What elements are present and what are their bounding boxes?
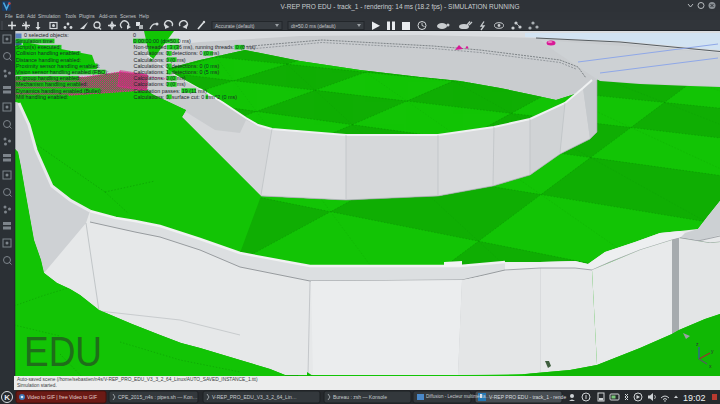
- svg-text:0 00:00:00 (dt=50.0 ms): 0 00:00:00 (dt=50.0 ms): [134, 38, 192, 44]
- svg-text:Simulation time:: Simulation time:: [16, 38, 54, 44]
- svg-text:dt=50.0 ms (default): dt=50.0 ms (default): [291, 23, 336, 29]
- svg-text:Mill handling enabled:: Mill handling enabled:: [16, 94, 68, 100]
- svg-text:19:02: 19:02: [683, 393, 706, 403]
- svg-text:Mechanism handling enabled:: Mechanism handling enabled:: [16, 81, 88, 87]
- svg-text:Calculation passes: 19 (11 ms): Calculation passes: 19 (11 ms): [134, 88, 208, 94]
- svg-text:EDU: EDU: [24, 328, 102, 375]
- svg-text:Accurate (default): Accurate (default): [215, 23, 255, 29]
- svg-text:IK group handling enabled:: IK group handling enabled:: [16, 75, 80, 81]
- svg-text:Calculations: 0 (0 ms): Calculations: 0 (0 ms): [134, 57, 186, 63]
- svg-text:Vision sensor handling enabled: Vision sensor handling enabled (FBO):: [16, 69, 109, 75]
- svg-text:0: 0: [133, 32, 136, 38]
- svg-text:Calculations: 0 (0 ms): Calculations: 0 (0 ms): [134, 75, 186, 81]
- svg-text:Calculations: 0, detections: 0: Calculations: 0, detections: 0 (0 ms): [134, 63, 220, 69]
- svg-text:Calculations: 0 (0 ms): Calculations: 0 (0 ms): [134, 81, 186, 87]
- svg-text:Non-threaded: 3 (36 ms), runni: Non-threaded: 3 (36 ms), running threads…: [134, 44, 256, 50]
- svg-text:Proximity sensor handling enab: Proximity sensor handling enabled:: [16, 63, 100, 69]
- svg-text:Script(s) executed:: Script(s) executed:: [16, 44, 61, 50]
- svg-text:K: K: [4, 393, 10, 402]
- svg-text:0 selected objects:: 0 selected objects:: [24, 32, 69, 38]
- svg-text:Calculations: 0, detections: 0: Calculations: 0, detections: 0 (0 ms): [134, 50, 220, 56]
- svg-text:Dynamics handling enabled (Bul: Dynamics handling enabled (Bullet):: [16, 88, 102, 94]
- svg-text:Calculations: 0, surface cut:: Calculations: 0, surface cut: 0 mm^2 (0 …: [134, 94, 238, 100]
- svg-text:Calculations: 1, detections: 0: Calculations: 1, detections: 0 (5 ms): [134, 69, 220, 75]
- svg-text:Collision handling enabled:: Collision handling enabled:: [16, 50, 80, 56]
- svg-text:Distance handling enabled:: Distance handling enabled:: [16, 57, 81, 63]
